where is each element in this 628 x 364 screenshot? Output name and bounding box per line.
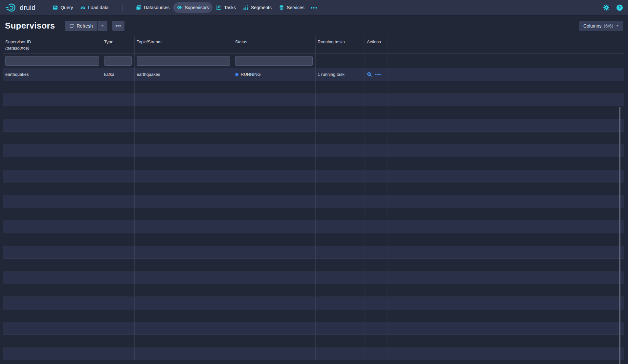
columns-dropdown-button[interactable]: Columns (6/6) (579, 21, 623, 31)
empty-cell (233, 233, 316, 246)
status-running-dot (235, 73, 238, 76)
empty-cell (233, 195, 316, 208)
nav-item-label: Datasources (144, 5, 170, 10)
table-empty-row (3, 335, 624, 348)
header-more-button[interactable]: ••• (112, 21, 124, 31)
empty-cell (102, 259, 135, 271)
table-body: earthquakes kafka earthquakes RUNNING 1 … (3, 68, 624, 360)
nav-item-tasks[interactable]: Tasks (213, 2, 239, 13)
cell-type[interactable]: kafka (102, 68, 135, 81)
empty-cell (316, 132, 365, 144)
cell-topic-stream[interactable]: earthquakes (135, 68, 233, 81)
eye-icon (177, 5, 182, 10)
empty-cell (135, 81, 233, 94)
empty-cell (316, 94, 365, 106)
empty-cell (3, 208, 102, 221)
empty-cell (3, 119, 102, 132)
chevron-down-icon (101, 25, 104, 27)
console-icon (53, 5, 58, 10)
empty-cell (316, 348, 365, 360)
empty-cell (365, 144, 388, 157)
empty-cell (388, 182, 624, 195)
empty-cell (388, 246, 624, 259)
empty-cell (3, 221, 102, 233)
vertical-scrollbar-thumb[interactable] (619, 107, 620, 364)
nav-item-services[interactable]: Services (275, 2, 308, 13)
empty-cell (388, 310, 624, 322)
empty-cell (102, 144, 135, 157)
empty-cell (365, 119, 388, 132)
nav-divider (42, 4, 42, 11)
inspect-magnifier-icon[interactable] (367, 72, 372, 77)
column-header-actions[interactable]: Actions (365, 36, 388, 54)
column-header-type[interactable]: Type (102, 36, 135, 54)
cell-status[interactable]: RUNNING (233, 68, 316, 81)
column-title: Running tasks (318, 39, 363, 44)
empty-cell (102, 208, 135, 221)
nav-item-load-data[interactable]: Load data (77, 2, 112, 13)
table-row-earthquakes: earthquakes kafka earthquakes RUNNING 1 … (3, 68, 624, 81)
empty-cell (3, 246, 102, 259)
page-header: Supervisors Refresh ••• Columns (6/6) (0, 15, 628, 36)
empty-cell (365, 132, 388, 144)
filter-input-supervisor-id[interactable] (5, 56, 99, 66)
refresh-button[interactable]: Refresh (65, 21, 97, 31)
refresh-dropdown-button[interactable] (98, 21, 107, 31)
columns-count: (6/6) (604, 23, 613, 29)
filter-cell (233, 54, 316, 68)
nav-item-segments[interactable]: Segments (239, 2, 275, 13)
column-header-status[interactable]: Status (233, 36, 316, 54)
empty-cell (388, 335, 624, 347)
filter-input-topic-stream[interactable] (137, 56, 230, 66)
empty-cell (365, 310, 388, 322)
empty-cell (365, 221, 388, 233)
column-header-running-tasks[interactable]: Running tasks (316, 36, 365, 54)
filter-input-status[interactable] (235, 56, 313, 66)
empty-cell (233, 284, 316, 297)
help-icon[interactable]: ? (617, 5, 623, 11)
table-empty-row (3, 81, 624, 94)
row-more-actions-icon[interactable]: ••• (375, 72, 381, 77)
column-header-supervisor-id[interactable]: Supervisor ID (datasource) (3, 36, 102, 54)
refresh-label: Refresh (77, 23, 93, 29)
column-header-topic-stream[interactable]: Topic/Stream (135, 36, 233, 54)
cell-running-tasks[interactable]: 1 running task (316, 68, 365, 81)
nav-more-menu[interactable]: ••• (308, 5, 321, 11)
filter-cell (316, 54, 365, 68)
table-empty-row (3, 348, 624, 360)
gear-icon[interactable] (603, 4, 610, 11)
empty-cell (3, 170, 102, 182)
empty-cell (102, 348, 135, 360)
empty-cell (388, 322, 624, 335)
table-header-row: Supervisor ID (datasource) Type Topic/St… (3, 36, 624, 54)
nav-item-query[interactable]: Query (49, 2, 77, 13)
nav-item-datasources[interactable]: Datasources (132, 2, 173, 13)
nav-item-supervisors[interactable]: Supervisors (173, 2, 213, 13)
empty-cell (388, 94, 624, 106)
empty-cell (365, 195, 388, 208)
empty-cell (233, 246, 316, 259)
empty-cell (388, 170, 624, 182)
empty-cell (233, 221, 316, 233)
empty-cell (233, 310, 316, 322)
nav-item-label: Supervisors (185, 5, 209, 10)
druid-logo[interactable]: druid (5, 2, 35, 13)
filter-cell (135, 54, 233, 68)
empty-cell (365, 259, 388, 271)
empty-cell (233, 144, 316, 157)
top-navbar: druid Query Load data (0, 0, 628, 15)
empty-cell (3, 335, 102, 347)
empty-cell (365, 94, 388, 106)
empty-cell (365, 335, 388, 347)
cell-supervisor-id[interactable]: earthquakes (3, 68, 102, 81)
empty-cell (3, 259, 102, 271)
datasources-icon (136, 5, 141, 10)
empty-cell (135, 119, 233, 132)
filter-input-type[interactable] (104, 56, 132, 66)
navbar-right: ? (603, 4, 623, 11)
empty-cell (233, 119, 316, 132)
cell-filler (388, 68, 624, 81)
empty-cell (102, 221, 135, 233)
empty-cell (135, 310, 233, 322)
column-subtitle: (datasource) (5, 46, 100, 51)
